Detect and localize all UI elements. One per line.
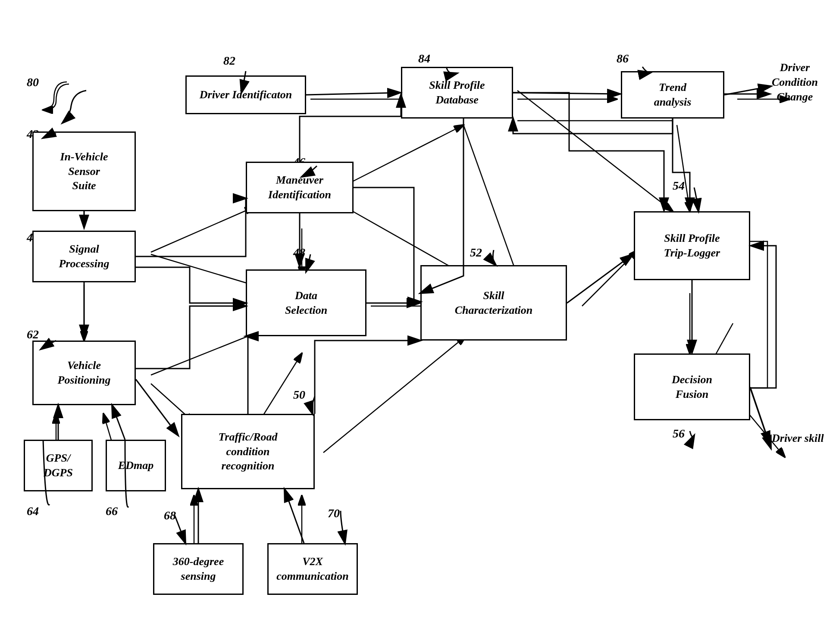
svg-line-38 [513,93,620,94]
svg-line-19 [582,250,638,306]
svg-line-15 [345,125,463,185]
diagram: 80 42 44 62 64 66 68 70 82 84 86 46 48 5… [0,0,836,644]
sensing-360-box: 360-degreesensing [153,543,244,595]
driver-skill-output: Driver skill [772,431,824,446]
driver-id-box: Driver Identificaton [185,75,306,114]
svg-line-3 [151,207,254,252]
svg-line-45 [724,86,771,95]
svg-line-32 [136,379,178,435]
label-54: 54 [673,179,685,193]
label-84: 84 [418,52,430,66]
label-68: 68 [164,509,176,522]
svg-line-37 [306,93,400,95]
traffic-road-box: Traffic/Roadconditionrecognition [181,414,315,489]
label-62: 62 [27,328,39,341]
v2x-box: V2Xcommunication [267,543,358,595]
decision-fusion-box: DecisionFusion [634,353,750,420]
data-selection-box: DataSelection [246,269,366,336]
gps-box: GPS/DGPS [24,440,93,491]
svg-line-18 [323,336,466,453]
driver-condition-output: DriverConditionChange [772,60,818,104]
svg-line-34 [112,405,125,440]
label-52: 52 [470,246,482,259]
svg-line-44 [750,387,770,444]
maneuver-id-box: ManeuverIdentification [246,162,354,213]
label-48: 48 [293,246,305,259]
signal-processing-box: SignalProcessing [32,231,136,282]
skill-profile-db-box: Skill ProfileDatabase [401,67,513,119]
label-50: 50 [293,388,305,402]
skill-char-box: SkillCharacterization [420,265,567,341]
sensor-suite-box: In-VehicleSensorSuite [32,131,136,211]
label-82: 82 [223,54,235,68]
svg-line-42 [567,254,633,303]
svg-line-27 [677,125,690,211]
label-86: 86 [617,52,629,66]
vehicle-positioning-box: VehiclePositioning [32,341,136,405]
label-64: 64 [27,504,39,518]
skill-profile-trip-box: Skill ProfileTrip-Logger [634,211,750,280]
label-70: 70 [328,506,340,520]
edmap-box: EDmap [106,440,166,491]
trend-analysis-box: Trendanalysis [621,71,724,119]
label-66: 66 [106,504,118,518]
svg-line-36 [285,489,304,543]
svg-line-46 [750,388,771,448]
arrow-80 [34,80,86,114]
label-56: 56 [673,427,685,441]
